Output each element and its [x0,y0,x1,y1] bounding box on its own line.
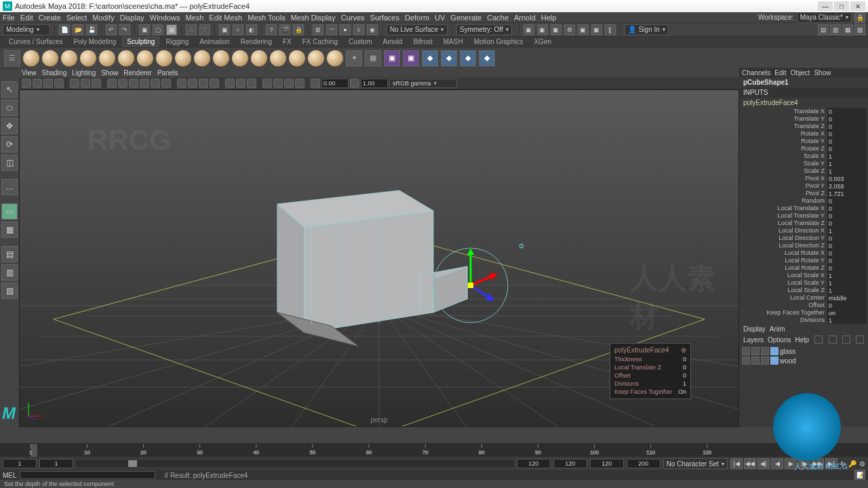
brush-sphere-13[interactable] [251,50,267,66]
popup-row[interactable]: Offset0 [614,371,686,380]
menu-windows[interactable]: Windows [150,14,180,22]
layer-ref-toggle[interactable] [761,347,769,355]
vp-select-icon[interactable] [22,79,31,88]
attr-row[interactable]: Local Translate Y0 [741,212,867,220]
layer-type-toggle[interactable] [751,357,760,365]
play-fwd-button[interactable]: ▶ [785,458,797,469]
select-icon[interactable]: ▣ [139,24,150,35]
vp-display-icon[interactable] [70,79,79,88]
field-a[interactable] [590,459,624,468]
vp-grid-icon-2[interactable] [118,79,127,88]
menu-create[interactable]: Create [39,14,61,22]
frame-back-button[interactable]: ◀| [757,458,770,469]
menu-mesh-tools[interactable]: Mesh Tools [248,14,285,22]
vp-shade-icon-4[interactable] [210,79,219,88]
purple-tool-2[interactable]: ▣ [403,50,419,66]
menu-curves[interactable]: Curves [341,14,365,22]
script-editor-icon[interactable]: 📝 [854,470,865,481]
brush-sphere-6[interactable] [118,50,134,66]
cb-tab-channels[interactable]: Channels [742,69,770,77]
attr-row[interactable]: Local Direction Z0 [741,242,867,249]
range-end[interactable] [517,459,551,468]
vp-cam-icon[interactable] [33,79,42,88]
popup-row[interactable]: Keep Faces TogetherOn [614,388,686,396]
workspace-dropdown[interactable]: Maya Classic* [797,12,852,23]
vp-gamma-value[interactable] [321,79,349,88]
extrude-popup[interactable]: polyExtrudeFace4⊕ Thickness0Local Transl… [610,343,691,399]
menu-deform[interactable]: Deform [405,14,429,22]
attr-row[interactable]: Scale Y1 [741,160,867,167]
layer-type-toggle[interactable] [751,347,760,355]
shelf-menu-icon[interactable]: ☰ [4,50,20,66]
layer-tab-help[interactable]: Help [795,336,809,344]
snap-icon-4[interactable]: ○ [233,24,243,35]
attr-row[interactable]: Pivot Y2.058 [741,182,867,190]
brush-sphere-14[interactable] [270,50,286,66]
layer-icon-4[interactable] [856,336,864,344]
attr-row[interactable]: Local Rotate X0 [741,249,867,257]
snap-icon-2[interactable]: ∵ [199,24,210,35]
shelf-tab-rigging[interactable]: Rigging [161,37,193,47]
move-tool[interactable]: ✥ [1,118,18,134]
vp-cam-icon-3[interactable] [54,79,64,88]
blue-tool-1[interactable]: ◆ [422,50,438,66]
shelf-tab-xgen[interactable]: XGen [529,37,556,47]
snap-curve-icon[interactable]: 〰 [326,24,337,35]
brush-sphere-8[interactable] [156,50,172,66]
range-slider-bar[interactable] [76,460,514,467]
play-back-button[interactable]: ◀ [771,458,783,469]
layer-row[interactable]: wood [739,356,868,365]
purple-tool-1[interactable]: ▣ [384,50,400,66]
help-icon[interactable]: ? [266,24,277,35]
layer-name[interactable]: glass [780,348,795,355]
layer-name[interactable]: wood [780,357,796,365]
grid-icon[interactable]: ▦ [365,50,381,66]
field-b[interactable] [627,459,660,468]
lock-icon-2[interactable]: 🔒 [293,24,304,35]
cb-tab-object[interactable]: Object [791,69,810,77]
layer-ref-toggle[interactable] [761,357,769,365]
layer-row[interactable]: glass [739,346,868,356]
attr-row[interactable]: Local Scale X1 [741,272,867,279]
symmetry-dropdown[interactable]: Symmetry: Off [456,24,512,35]
shelf-tab-motion-graphics[interactable]: Motion Graphics [469,37,528,47]
select-icon-2[interactable]: ▢ [153,24,163,35]
layer-vis-toggle[interactable] [742,357,750,365]
lock-icon[interactable]: 🔒 [854,12,865,23]
vp-shade-icon-2[interactable] [188,79,197,88]
attr-row[interactable]: Rotate X0 [741,130,867,138]
menu-mesh[interactable]: Mesh [185,14,203,22]
shelf-tab-rendering[interactable]: Rendering [236,37,277,47]
open-file-icon[interactable]: 📂 [73,24,83,35]
render-view-icon[interactable]: ▣ [578,24,589,35]
layer-color-swatch[interactable] [770,357,778,365]
menu-display[interactable]: Display [120,14,144,22]
attr-row[interactable]: Local Translate Z0 [741,220,867,227]
popup-close-icon[interactable]: ⊕ [681,346,686,354]
snap-icon-5[interactable]: ◐ [246,24,257,35]
vp-display-icon-3[interactable] [92,79,101,88]
brush-sphere-1[interactable] [23,50,39,66]
pause-icon[interactable]: ‖ [605,24,616,35]
single-pane-icon[interactable]: ▭ [1,203,18,220]
attr-row[interactable]: Local Scale Z1 [741,287,867,294]
layer-icon-3[interactable] [842,336,850,344]
menu-help[interactable]: Help [541,14,557,22]
menu-file[interactable]: File [3,14,15,22]
prefs-button[interactable]: ⚙ [859,460,865,468]
attr-row[interactable]: Translate Z0 [741,123,867,130]
redo-icon[interactable]: ↷ [119,24,130,35]
brush-sphere-17[interactable] [327,50,343,66]
attr-row[interactable]: Pivot Z1.721 [741,190,867,197]
brush-sphere-9[interactable] [175,50,191,66]
character-set-dropdown[interactable]: No Character Set [663,458,728,469]
vp-menu-panels[interactable]: Panels [157,69,178,77]
layer-icon-2[interactable] [829,336,837,344]
live-surface-dropdown[interactable]: No Live Surface [387,24,448,35]
attr-row[interactable]: Scale X1 [741,152,867,160]
menu-surfaces[interactable]: Surfaces [370,14,399,22]
shelf-tab-custom[interactable]: Custom [344,37,376,47]
attr-row[interactable]: Translate Y0 [741,115,867,123]
new-file-icon[interactable]: 📄 [59,24,70,35]
render-view-icon-2[interactable]: ▣ [591,24,602,35]
